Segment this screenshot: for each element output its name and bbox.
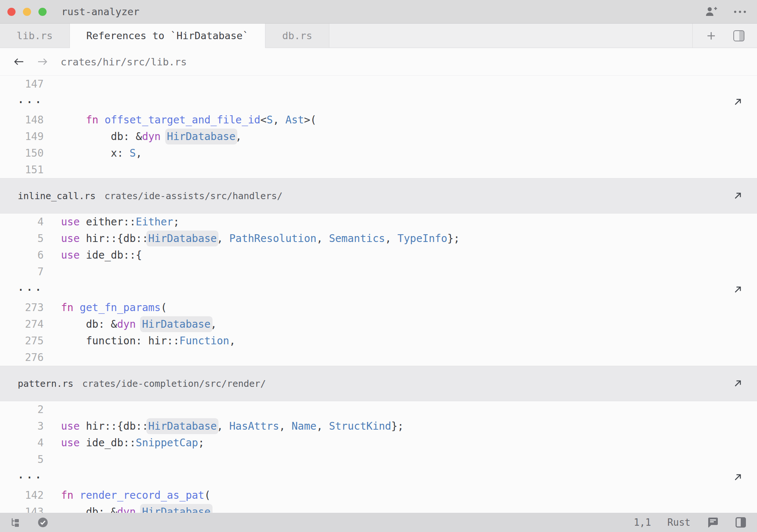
jump-to-location-icon [732,378,743,389]
tab-db-rs[interactable]: db.rs [265,24,329,48]
excerpt-fold-row: ··· [0,280,757,299]
excerpt-fold-row: ··· [0,468,757,487]
tab-bar-filler [329,24,692,48]
code-text: use ide_db::SnippetCap; [44,437,204,449]
line-number: 142 [0,489,44,501]
line-number: 5 [0,232,44,245]
tab-lib-rs[interactable]: lib.rs [0,24,70,48]
navigate-back-button[interactable] [13,56,25,67]
split-pane-button[interactable] [733,30,744,41]
code-line-147[interactable]: 147 [0,76,757,92]
line-number: 148 [0,114,44,126]
references-multibuffer: 147···148 fn offset_target_and_file_id<S… [0,76,757,513]
tab-strip: lib.rsReferences to `HirDatabase`db.rs [0,24,329,48]
jump-to-location-icon [732,190,743,201]
line-number: 151 [0,164,44,176]
add-collaborator-icon[interactable] [705,6,718,18]
code-line-151[interactable]: 151 [0,161,757,178]
window-title: rust-analyzer [61,6,139,17]
line-number: 5 [0,453,44,466]
highlighted-reference[interactable]: HirDatabase [167,130,235,143]
code-text: use hir::{db::HirDatabase, PathResolutio… [44,232,460,245]
close-window-button[interactable] [7,8,16,16]
minimize-window-button[interactable] [23,8,31,16]
code-line-4[interactable]: 4use ide_db::SnippetCap; [0,434,757,451]
code-line-5[interactable]: 5 [0,451,757,468]
highlighted-reference[interactable]: HirDatabase [142,318,210,330]
code-line-143[interactable]: 143 db: &dyn HirDatabase [0,504,757,513]
highlighted-reference[interactable]: HirDatabase [148,232,217,245]
highlighted-reference[interactable]: HirDatabase [148,420,217,432]
code-text: use either::Either; [44,216,179,228]
jump-to-file-button[interactable] [731,95,744,109]
language-selector[interactable]: Rust [667,517,690,528]
line-number: 6 [0,249,44,261]
window-titlebar: rust-analyzer [0,0,757,24]
code-line-5[interactable]: 5use hir::{db::HirDatabase, PathResoluti… [0,230,757,247]
new-tab-button[interactable] [705,30,717,42]
line-number: 150 [0,147,44,159]
excerpt-header-inline-call-rs[interactable]: inline_call.rscrates/ide-assists/src/han… [0,178,757,214]
right-dock-toggle[interactable] [736,517,746,528]
status-bar: 1,1 Rust [0,513,757,532]
code-text: fn get_fn_params( [44,301,167,314]
code-line-275[interactable]: 275 function: hir::Function, [0,332,757,349]
code-text: function: hir::Function, [44,335,235,347]
line-number: 273 [0,301,44,314]
code-line-276[interactable]: 276 [0,349,757,366]
code-line-7[interactable]: 7 [0,263,757,280]
line-number: 276 [0,351,44,364]
code-line-6[interactable]: 6use ide_db::{ [0,247,757,263]
jump-to-file-button[interactable] [731,377,744,390]
line-number: 275 [0,335,44,347]
jump-to-file-button[interactable] [731,283,744,296]
excerpt-fold-row: ··· [0,92,757,112]
code-text: db: &dyn HirDatabase, [44,318,217,330]
code-line-3[interactable]: 3use hir::{db::HirDatabase, HasAttrs, Na… [0,418,757,434]
code-line-150[interactable]: 150 x: S, [0,145,757,161]
line-number: 147 [0,78,44,90]
code-text: x: S, [44,147,142,159]
tab-bar-controls [692,24,757,48]
jump-to-file-button[interactable] [731,471,744,484]
breadcrumb[interactable]: crates/hir/src/lib.rs [61,56,187,68]
highlighted-reference[interactable]: HirDatabase [142,506,210,513]
jump-to-file-button[interactable] [731,189,744,202]
excerpt-file-path: crates/ide-completion/src/render/ [74,378,266,389]
line-number: 3 [0,420,44,432]
excerpt-file-name: inline_call.rs [0,191,96,201]
code-line-274[interactable]: 274 db: &dyn HirDatabase, [0,316,757,332]
diagnostics-ok-icon[interactable] [37,516,49,528]
excerpt-file-name: pattern.rs [0,378,74,389]
excerpt-file-path: crates/ide-assists/src/handlers/ [96,191,283,201]
code-line-2[interactable]: 2 [0,401,757,418]
code-text: fn offset_target_and_file_id<S, Ast>( [44,114,316,126]
line-number: 2 [0,403,44,416]
project-panel-icon[interactable] [10,516,21,528]
more-menu-icon[interactable] [734,11,746,13]
excerpt-header-pattern-rs[interactable]: pattern.rscrates/ide-completion/src/rend… [0,366,757,401]
chat-panel-icon[interactable] [707,516,719,528]
expand-excerpt-button[interactable]: ··· [0,282,43,297]
code-line-149[interactable]: 149 db: &dyn HirDatabase, [0,128,757,145]
traffic-lights [7,8,47,16]
code-text: use hir::{db::HirDatabase, HasAttrs, Nam… [44,420,404,432]
code-text: db: &dyn HirDatabase, [44,130,242,143]
line-number: 274 [0,318,44,330]
cursor-position[interactable]: 1,1 [634,517,651,528]
code-line-4[interactable]: 4use either::Either; [0,214,757,230]
expand-excerpt-button[interactable]: ··· [0,95,43,109]
jump-to-location-icon [732,472,743,483]
jump-to-location-icon [732,284,743,295]
code-text: use ide_db::{ [44,249,142,261]
tab-references-to-hirdatabase[interactable]: References to `HirDatabase` [70,24,266,48]
line-number: 143 [0,506,44,513]
zoom-window-button[interactable] [38,8,47,16]
code-line-273[interactable]: 273fn get_fn_params( [0,299,757,316]
expand-excerpt-button[interactable]: ··· [0,470,43,485]
code-line-148[interactable]: 148 fn offset_target_and_file_id<S, Ast>… [0,112,757,128]
line-number: 149 [0,130,44,143]
navigation-bar: crates/hir/src/lib.rs [0,48,757,76]
navigate-forward-button[interactable] [36,56,49,67]
code-line-142[interactable]: 142fn render_record_as_pat( [0,487,757,504]
